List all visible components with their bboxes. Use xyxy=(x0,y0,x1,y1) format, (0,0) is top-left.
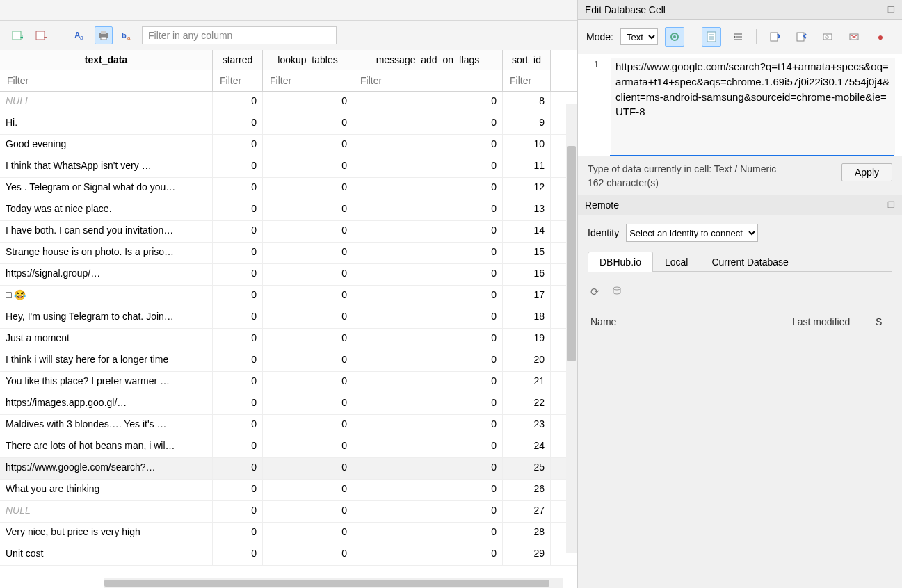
table-cell[interactable]: 29 xyxy=(503,544,551,565)
table-cell[interactable]: 0 xyxy=(353,372,503,393)
table-cell[interactable]: 0 xyxy=(213,393,263,414)
dock-icon[interactable]: ❐ xyxy=(887,5,895,15)
table-cell[interactable]: 0 xyxy=(213,113,263,134)
table-cell[interactable]: 0 xyxy=(263,523,353,544)
table-cell[interactable]: 18 xyxy=(503,307,551,328)
table-row[interactable]: Hi.0009 xyxy=(0,113,577,135)
table-cell[interactable]: https://signal.group/… xyxy=(0,264,213,285)
table-row[interactable]: Just a moment00019 xyxy=(0,329,577,350)
table-cell[interactable]: 0 xyxy=(263,458,353,479)
mode-select[interactable]: Text xyxy=(620,28,658,45)
print-icon[interactable] xyxy=(95,26,113,44)
table-cell[interactable]: 0 xyxy=(353,329,503,350)
remote-col-s[interactable]: S xyxy=(876,316,889,327)
table-cell[interactable]: 0 xyxy=(213,501,263,522)
table-cell[interactable]: 20 xyxy=(503,350,551,371)
table-cell[interactable]: 0 xyxy=(263,329,353,350)
table-row[interactable]: There are lots of hot beans man, i wil…0… xyxy=(0,436,577,458)
table-cell[interactable]: 0 xyxy=(263,199,353,220)
table-cell[interactable]: 0 xyxy=(213,156,263,177)
table-cell[interactable]: 0 xyxy=(213,286,263,307)
clone-icon[interactable] xyxy=(612,286,622,298)
identity-select[interactable]: Select an identity to connect xyxy=(626,224,758,242)
table-cell[interactable]: 26 xyxy=(503,480,551,500)
table-cell[interactable]: 0 xyxy=(353,480,503,500)
table-cell[interactable]: 0 xyxy=(213,329,263,350)
refresh-icon[interactable]: ⟳ xyxy=(590,286,599,298)
table-cell[interactable]: NULL xyxy=(0,92,213,113)
table-cell[interactable]: What you are thinking xyxy=(0,480,213,500)
table-row[interactable]: You like this place? I prefer warmer …00… xyxy=(0,372,577,393)
table-cell[interactable]: 0 xyxy=(213,458,263,479)
table-cell[interactable]: Good evening xyxy=(0,135,213,156)
table-cell[interactable]: 15 xyxy=(503,243,551,263)
table-cell[interactable]: 0 xyxy=(353,92,503,113)
table-cell[interactable]: 0 xyxy=(263,264,353,285)
table-row[interactable]: https://www.google.com/search?…00025 xyxy=(0,458,577,480)
table-cell[interactable]: You like this place? I prefer warmer … xyxy=(0,372,213,393)
table-cell[interactable]: 0 xyxy=(213,523,263,544)
table-cell[interactable]: Today was at nice place. xyxy=(0,199,213,220)
table-cell[interactable]: 0 xyxy=(263,156,353,177)
table-row[interactable]: Yes . Telegram or Signal what do you…000… xyxy=(0,178,577,199)
table-cell[interactable]: 0 xyxy=(353,264,503,285)
table-row[interactable]: Hey, I'm using Telegram to chat. Join…00… xyxy=(0,307,577,329)
table-cell[interactable]: 0 xyxy=(353,113,503,134)
filter-starred[interactable] xyxy=(218,74,257,87)
table-cell[interactable]: There are lots of hot beans man, i wil… xyxy=(0,436,213,457)
table-cell[interactable]: 0 xyxy=(353,544,503,565)
table-cell[interactable]: 0 xyxy=(213,199,263,220)
table-cell[interactable]: Unit cost xyxy=(0,544,213,565)
table-cell[interactable]: 0 xyxy=(353,458,503,479)
tab-current[interactable]: Current Database xyxy=(700,252,800,272)
table-cell[interactable]: 0 xyxy=(263,286,353,307)
table-cell[interactable]: 11 xyxy=(503,156,551,177)
table-cell[interactable]: 0 xyxy=(263,113,353,134)
table-row[interactable]: https://signal.group/…00016 xyxy=(0,264,577,286)
table-cell[interactable]: 0 xyxy=(353,501,503,522)
table-cell[interactable]: 25 xyxy=(503,458,551,479)
tab-local[interactable]: Local xyxy=(653,252,700,272)
table-cell[interactable]: 0 xyxy=(213,544,263,565)
table-row[interactable]: NULL0008 xyxy=(0,92,577,113)
table-row[interactable]: Good evening00010 xyxy=(0,135,577,156)
table-cell[interactable]: 14 xyxy=(503,221,551,242)
table-cell[interactable]: Hi. xyxy=(0,113,213,134)
table-row[interactable]: Unit cost00029 xyxy=(0,544,577,566)
table-cell[interactable]: 0 xyxy=(353,221,503,242)
table-cell[interactable]: 10 xyxy=(503,135,551,156)
format-icon[interactable]: ba xyxy=(118,26,136,44)
table-cell[interactable]: Maldives with 3 blondes…. Yes it's … xyxy=(0,415,213,436)
col-header-sort[interactable]: sort_id xyxy=(503,50,551,70)
table-cell[interactable]: Yes . Telegram or Signal what do you… xyxy=(0,178,213,199)
table-cell[interactable]: 0 xyxy=(263,92,353,113)
table-cell[interactable]: https://www.google.com/search?… xyxy=(0,458,213,479)
table-cell[interactable]: 0 xyxy=(213,372,263,393)
table-cell[interactable]: 16 xyxy=(503,264,551,285)
insert-record-icon[interactable]: + xyxy=(8,26,26,44)
delete-record-icon[interactable]: − xyxy=(32,26,50,44)
import-icon[interactable] xyxy=(765,27,784,47)
table-cell[interactable]: 0 xyxy=(353,393,503,414)
table-cell[interactable]: 21 xyxy=(503,372,551,393)
table-cell[interactable]: 0 xyxy=(263,135,353,156)
table-cell[interactable]: 0 xyxy=(353,156,503,177)
table-cell[interactable]: Very nice, but price is very high xyxy=(0,523,213,544)
table-cell[interactable]: 13 xyxy=(503,199,551,220)
table-cell[interactable]: 19 xyxy=(503,329,551,350)
editor-textarea[interactable]: https://www.google.com/search?q=t14+arma… xyxy=(611,58,895,155)
table-cell[interactable]: 0 xyxy=(263,221,353,242)
table-cell[interactable]: 0 xyxy=(263,178,353,199)
table-row[interactable]: What you are thinking00026 xyxy=(0,480,577,501)
table-cell[interactable]: 0 xyxy=(213,178,263,199)
remote-col-name[interactable]: Name xyxy=(590,316,792,327)
table-cell[interactable]: 0 xyxy=(353,286,503,307)
table-cell[interactable]: Hey, I'm using Telegram to chat. Join… xyxy=(0,307,213,328)
table-row[interactable]: I think that WhatsApp isn't very …00011 xyxy=(0,156,577,178)
table-cell[interactable]: 8 xyxy=(503,92,551,113)
table-cell[interactable]: Strange house is on photo. Is a priso… xyxy=(0,243,213,263)
table-row[interactable]: https://images.app.goo.gl/…00022 xyxy=(0,393,577,415)
table-cell[interactable]: I think that WhatsApp isn't very … xyxy=(0,156,213,177)
table-cell[interactable]: 0 xyxy=(353,307,503,328)
table-cell[interactable]: 0 xyxy=(213,243,263,263)
